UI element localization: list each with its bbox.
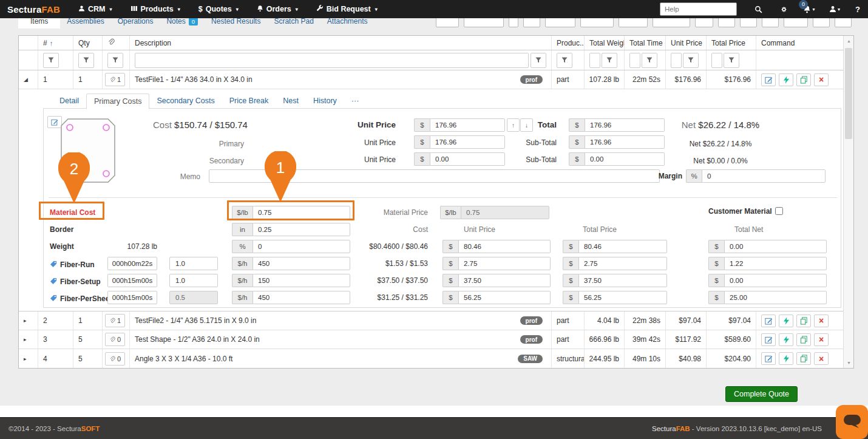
table-row-3[interactable]: ▸ 3 5 0 Test Shape - 1/2" A36 24.0 in X … — [19, 330, 843, 349]
product-column-header[interactable]: Produc... — [552, 36, 585, 50]
complete-quote-button[interactable]: Complete Quote — [725, 386, 798, 402]
table-row-2[interactable]: ▸ 2 1 1 TestFile2 - 1/4" A36 5.1715 in X… — [19, 311, 843, 330]
detail-tab-secondary-costs[interactable]: Secondary Costs — [149, 94, 222, 109]
detail-tab-primary-costs[interactable]: Primary Costs — [86, 94, 149, 109]
unit-price-secondary-input[interactable] — [430, 152, 505, 166]
border-input[interactable] — [253, 223, 350, 236]
fiber-run-unit-price-input[interactable] — [458, 257, 551, 270]
detail-tab-history[interactable]: History — [306, 94, 344, 109]
num-column-header[interactable]: #↑ — [38, 36, 73, 50]
fiber-persheet-total-price-input[interactable] — [578, 291, 667, 304]
fiber-setup-total-net-input[interactable] — [724, 274, 827, 287]
num-filter-button[interactable] — [43, 53, 59, 68]
total-weight-filter-input[interactable] — [589, 53, 600, 68]
copy-item-button[interactable] — [796, 352, 811, 365]
help-icon[interactable]: ? — [847, 5, 868, 14]
fiber-setup-mult-input[interactable] — [169, 274, 218, 287]
attachment-column-header[interactable] — [103, 36, 130, 50]
menu-products[interactable]: Products▾ — [131, 5, 180, 14]
expand-row-icon[interactable]: ▸ — [24, 356, 27, 362]
detail-tab-nest[interactable]: Nest — [276, 94, 306, 109]
edit-item-button[interactable] — [761, 73, 776, 86]
total-time-filter-input[interactable] — [629, 53, 640, 68]
attachments-button[interactable]: 1 — [105, 314, 125, 327]
description-column-header[interactable]: Description — [130, 36, 552, 50]
product-filter-button[interactable] — [557, 53, 572, 68]
app-logo[interactable]: SecturaFAB — [7, 4, 60, 15]
menu-bid-request[interactable]: Bid Request▾ — [316, 5, 378, 14]
attachments-button[interactable]: 0 — [105, 333, 125, 346]
unit-price-filter-input[interactable] — [671, 53, 682, 68]
tab-items[interactable]: Items — [18, 18, 60, 29]
margin-input[interactable] — [702, 169, 826, 183]
detail-tab-price-break[interactable]: Price Break — [222, 94, 276, 109]
description-filter-input[interactable] — [135, 53, 529, 68]
fiber-setup-total-price-input[interactable] — [578, 274, 667, 287]
help-search-input[interactable] — [660, 2, 737, 16]
quick-action-button[interactable] — [779, 333, 793, 346]
delete-item-button[interactable]: × — [814, 333, 829, 346]
expand-row-icon[interactable]: ▸ — [24, 318, 27, 324]
account-user-icon[interactable]: ▾ — [822, 5, 847, 13]
gear-icon[interactable] — [771, 5, 796, 13]
copy-item-button[interactable] — [796, 73, 811, 86]
table-row-1[interactable]: ◢ 1 1 1 TestFile1 - 1/4" A36 34.0 in X 3… — [19, 70, 843, 89]
total-price-filter-button[interactable] — [724, 53, 739, 68]
notifications-bell-icon[interactable]: 0 ▾ — [796, 5, 822, 13]
tab-nested-results[interactable]: Nested Results — [205, 18, 267, 29]
chat-widget-button[interactable] — [836, 405, 868, 439]
total-price-column-header[interactable]: Total Price — [707, 36, 756, 50]
fiber-persheet-total-net-input[interactable] — [724, 291, 827, 304]
fiber-setup-time-input[interactable] — [107, 274, 157, 287]
total-time-column-header[interactable]: Total Time — [625, 36, 666, 50]
menu-crm[interactable]: CRM▾ — [78, 5, 112, 14]
delete-item-button[interactable]: × — [814, 73, 829, 86]
unit-price-filter-button[interactable] — [683, 53, 699, 68]
weight-total-net-input[interactable] — [724, 240, 827, 253]
menu-orders[interactable]: Orders▾ — [257, 5, 298, 14]
unit-price-primary-input[interactable] — [430, 135, 505, 149]
attachments-button[interactable]: 0 — [105, 352, 125, 366]
total-time-filter-button[interactable] — [642, 53, 657, 68]
fiber-run-mult-input[interactable] — [169, 257, 218, 270]
attachment-filter-button[interactable] — [107, 53, 123, 68]
scroll-down-icon[interactable]: ▼ — [844, 361, 854, 365]
copy-item-button[interactable] — [796, 333, 811, 346]
fiber-persheet-time-input[interactable] — [107, 291, 157, 304]
tab-operations[interactable]: Operations — [111, 18, 160, 29]
edit-item-button[interactable] — [761, 333, 776, 346]
delete-item-button[interactable]: × — [814, 352, 829, 365]
quick-action-button[interactable] — [779, 315, 793, 327]
fiber-run-total-net-input[interactable] — [724, 257, 827, 270]
tab-notes[interactable]: Notes0 — [160, 18, 205, 29]
detail-tab-more[interactable]: ··· — [344, 94, 367, 109]
unit-price-column-header[interactable]: Unit Price — [666, 36, 707, 50]
customer-material-checkbox[interactable] — [775, 207, 783, 215]
tab-scratch-pad[interactable]: Scratch Pad — [267, 18, 320, 29]
total-price-filter-input[interactable] — [711, 53, 722, 68]
total-weight-filter-button[interactable] — [602, 53, 617, 68]
scroll-up-icon[interactable]: ▲ — [844, 39, 854, 43]
menu-quotes[interactable]: $ Quotes▾ — [198, 5, 239, 13]
fiber-run-time-input[interactable] — [107, 257, 157, 270]
attachments-button[interactable]: 1 — [105, 73, 125, 86]
fiber-persheet-unit-price-input[interactable] — [458, 291, 551, 304]
grid-vertical-scrollbar[interactable]: ▲ ▼ — [843, 36, 853, 368]
edit-item-button[interactable] — [761, 315, 776, 327]
expand-row-icon[interactable]: ▸ — [24, 336, 27, 342]
tab-assemblies[interactable]: Assemblies — [60, 18, 110, 29]
unit-price-input[interactable] — [430, 118, 505, 132]
weight-total-price-input[interactable] — [578, 240, 667, 253]
qty-column-header[interactable]: Qty — [73, 36, 103, 50]
weight-unit-price-input[interactable] — [458, 240, 551, 253]
total-weight-column-header[interactable]: Total Weight — [585, 36, 625, 50]
copy-item-button[interactable] — [796, 315, 811, 327]
quick-action-button[interactable] — [779, 352, 793, 365]
edit-part-button[interactable] — [47, 116, 62, 128]
edit-item-button[interactable] — [761, 352, 776, 365]
tab-attachments[interactable]: Attachments — [320, 18, 375, 29]
description-filter-button[interactable] — [531, 53, 546, 68]
collapse-row-icon[interactable]: ◢ — [24, 77, 28, 83]
quick-action-button[interactable] — [779, 73, 793, 86]
scrollbar-thumb[interactable] — [845, 48, 852, 139]
